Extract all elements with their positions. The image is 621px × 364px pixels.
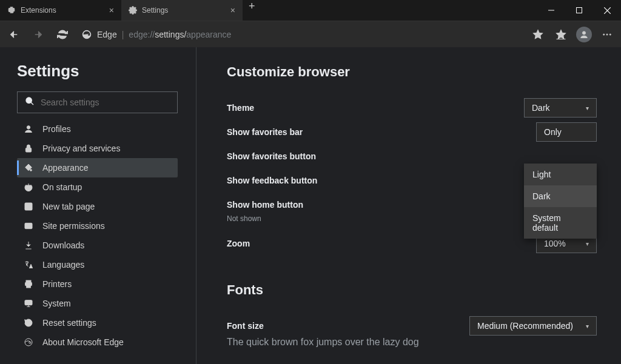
svg-point-29: [25, 339, 32, 346]
chevron-down-icon: ▾: [586, 105, 589, 111]
nav-languages[interactable]: Languages: [17, 255, 178, 274]
content: Settings Profiles Privacy and services A…: [0, 47, 621, 364]
search-icon: [25, 96, 35, 108]
theme-label: Theme: [227, 103, 254, 113]
nav-privacy[interactable]: Privacy and services: [17, 139, 178, 158]
row-customize-fonts[interactable]: Customize fonts ›: [227, 361, 597, 364]
favorite-button[interactable]: [528, 24, 548, 45]
toolbar: Edge | edge://settings/appearance: [0, 21, 621, 47]
nav-reset[interactable]: Reset settings: [17, 313, 178, 333]
sidebar-title: Settings: [17, 62, 184, 81]
favorites-list-button[interactable]: [551, 24, 571, 45]
edge-icon: [23, 337, 34, 347]
theme-option-system[interactable]: System default: [524, 207, 597, 239]
fonts-heading: Fonts: [227, 282, 597, 298]
nav-permissions[interactable]: Site permissions: [17, 216, 178, 236]
theme-option-dark[interactable]: Dark: [524, 185, 597, 207]
download-icon: [23, 240, 34, 250]
tab-label: Extensions: [21, 6, 56, 15]
avatar-icon: [576, 27, 592, 42]
svg-marker-7: [557, 30, 566, 38]
sidebar: Settings Profiles Privacy and services A…: [0, 47, 196, 364]
search-input[interactable]: [41, 98, 170, 107]
svg-rect-16: [25, 148, 31, 152]
nav-downloads[interactable]: Downloads: [17, 236, 178, 255]
favbar-label: Show favorites bar: [227, 127, 303, 137]
nav-newtab[interactable]: New tab page: [17, 197, 178, 216]
nav-about[interactable]: About Microsoft Edge: [17, 333, 178, 352]
fontsize-label: Font size: [227, 321, 264, 331]
titlebar: Extensions × Settings × +: [0, 0, 621, 21]
tab-strip: Extensions × Settings × +: [0, 0, 261, 21]
chevron-down-icon: ▾: [586, 323, 589, 329]
row-theme: Theme Dark ▾: [227, 96, 597, 120]
row-font-size: Font size Medium (Recommended) ▾: [227, 314, 597, 338]
svg-rect-2: [577, 8, 582, 13]
language-icon: [23, 260, 34, 270]
favbar-select[interactable]: Only: [536, 122, 597, 142]
edge-logo-icon: [81, 29, 92, 40]
profile-button[interactable]: [574, 24, 594, 45]
theme-dropdown-menu: Light Dark System default: [524, 164, 597, 239]
fonts-section: Fonts Font size Medium (Recommended) ▾ T…: [227, 282, 597, 364]
nav-startup[interactable]: On startup: [17, 177, 178, 197]
row-favorites-bar: Show favorites bar Only: [227, 120, 597, 144]
fontsize-select[interactable]: Medium (Recommended) ▾: [469, 316, 597, 336]
homebtn-label: Show home button: [227, 200, 303, 210]
nav-appearance[interactable]: Appearance: [17, 158, 178, 177]
svg-point-12: [609, 33, 611, 35]
tab-extensions[interactable]: Extensions ×: [0, 0, 121, 21]
search-settings-box[interactable]: [17, 91, 178, 113]
paint-icon: [23, 163, 34, 173]
back-button[interactable]: [4, 24, 24, 45]
settings-nav: Profiles Privacy and services Appearance…: [17, 119, 184, 352]
theme-option-light[interactable]: Light: [524, 164, 597, 185]
gear-icon: [129, 6, 137, 15]
printer-icon: [23, 279, 34, 289]
refresh-button[interactable]: [52, 24, 73, 45]
address-separator: |: [122, 30, 124, 39]
svg-point-10: [603, 33, 605, 35]
minimize-button[interactable]: [537, 0, 565, 21]
monitor-icon: [23, 299, 34, 308]
svg-line-14: [31, 102, 33, 105]
address-url: edge://settings/appearance: [129, 30, 231, 39]
sliders-icon: [23, 221, 34, 231]
svg-point-9: [582, 31, 585, 34]
close-icon[interactable]: ×: [230, 5, 235, 15]
svg-rect-18: [25, 203, 32, 210]
section-heading: Customize browser: [227, 64, 597, 80]
svg-point-13: [26, 98, 32, 103]
extension-icon: [7, 6, 16, 15]
forward-button[interactable]: [28, 24, 49, 45]
lock-icon: [23, 144, 34, 153]
svg-point-17: [30, 170, 32, 171]
more-button[interactable]: [597, 24, 617, 45]
font-preview: The quick brown fox jumps over the lazy …: [227, 337, 597, 348]
chevron-down-icon: ▾: [586, 240, 589, 247]
svg-marker-6: [534, 30, 543, 38]
svg-rect-26: [25, 300, 32, 305]
favbtn-label: Show favorites button: [227, 151, 316, 161]
svg-rect-20: [25, 223, 32, 228]
theme-select[interactable]: Dark ▾: [524, 98, 597, 117]
main-pane: Customize browser Theme Dark ▾ Show favo…: [196, 47, 621, 364]
reset-icon: [23, 318, 34, 328]
feedback-label: Show feedback button: [227, 176, 317, 185]
window-controls: [537, 0, 621, 21]
close-button[interactable]: [593, 0, 621, 21]
svg-point-15: [27, 126, 30, 129]
close-icon[interactable]: ×: [109, 5, 114, 15]
nav-system[interactable]: System: [17, 294, 178, 313]
svg-point-11: [606, 33, 608, 35]
person-icon: [23, 124, 34, 134]
maximize-button[interactable]: [565, 0, 593, 21]
zoom-label: Zoom: [227, 239, 250, 248]
new-tab-button[interactable]: +: [243, 0, 261, 21]
grid-icon: [23, 202, 34, 211]
toolbar-right: [528, 24, 617, 45]
tab-settings[interactable]: Settings ×: [121, 0, 243, 21]
address-bar[interactable]: Edge | edge://settings/appearance: [76, 25, 524, 44]
nav-profiles[interactable]: Profiles: [17, 119, 178, 139]
nav-printers[interactable]: Printers: [17, 274, 178, 294]
